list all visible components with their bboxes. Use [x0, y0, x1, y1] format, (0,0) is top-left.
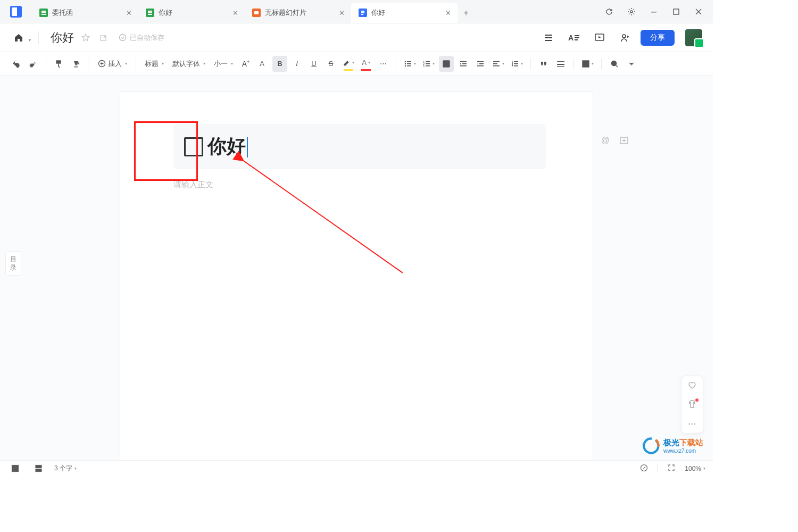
title-text[interactable]: 你好	[207, 134, 248, 160]
presentation-icon[interactable]	[589, 28, 610, 48]
strikethrough-button[interactable]: S	[323, 56, 338, 72]
svg-rect-4	[148, 12, 152, 13]
star-icon[interactable]	[79, 31, 92, 44]
more-icon[interactable]: ⋯	[688, 419, 696, 429]
align-button[interactable]	[490, 56, 506, 72]
svg-rect-36	[426, 63, 430, 64]
user-avatar[interactable]	[685, 29, 702, 46]
decrease-font-button[interactable]: A-	[255, 56, 270, 72]
outline-toggle[interactable]	[7, 461, 22, 477]
textcolor-swatch	[361, 69, 371, 71]
bold-button[interactable]: B	[272, 56, 287, 72]
tab-nihao-active[interactable]: 你好 ✕	[351, 3, 458, 23]
watermark-logo-icon	[642, 437, 660, 455]
share-button[interactable]: 分享	[641, 30, 675, 46]
doc-title[interactable]: 你好	[51, 30, 74, 46]
font-dropdown[interactable]: 默认字体	[169, 59, 209, 69]
refresh-icon[interactable]	[600, 4, 618, 20]
menu-icon[interactable]	[538, 28, 559, 48]
indent-button[interactable]	[473, 56, 488, 72]
svg-rect-44	[477, 65, 484, 66]
check-circle-icon	[119, 34, 127, 41]
minimize-icon[interactable]	[645, 4, 663, 20]
fullscreen-icon[interactable]	[668, 464, 675, 473]
tabs-area: 委托函 ✕ 你好 ✕ 无标题幻灯片 ✕ 你好 ✕ ＋	[32, 0, 595, 23]
collapse-toolbar-button[interactable]	[624, 56, 639, 72]
outline-tab[interactable]: 目 录	[5, 251, 21, 276]
numbered-list-button[interactable]: 123	[420, 56, 437, 72]
svg-rect-31	[407, 65, 411, 66]
italic-button[interactable]: I	[289, 56, 304, 72]
outdent-button[interactable]	[456, 56, 471, 72]
layout-button[interactable]	[579, 56, 596, 72]
svg-rect-37	[426, 65, 430, 66]
svg-rect-5	[148, 14, 152, 15]
quote-button[interactable]	[536, 56, 551, 72]
page-mode-toggle[interactable]	[31, 461, 46, 477]
svg-rect-7	[361, 11, 364, 12]
fontsize-dropdown[interactable]: 小一	[211, 59, 236, 69]
home-button[interactable]	[11, 30, 27, 46]
maximize-icon[interactable]	[667, 4, 685, 20]
theme-icon[interactable]	[687, 400, 697, 411]
increase-font-button[interactable]: A+	[238, 56, 253, 72]
svg-rect-45	[493, 61, 500, 62]
undo-button[interactable]	[9, 56, 23, 72]
text-style-icon[interactable]: A	[564, 28, 584, 48]
svg-rect-15	[545, 35, 552, 36]
add-block-icon[interactable]	[619, 136, 629, 147]
checklist-button[interactable]	[439, 56, 454, 72]
toolbar: 插入 标题 默认字体 小一 A+ A- B I U S A ⋯ 123	[0, 52, 713, 76]
hr-button[interactable]	[553, 56, 568, 72]
svg-text:3: 3	[423, 64, 425, 68]
close-icon[interactable]: ✕	[444, 9, 452, 17]
highlight-color-button[interactable]	[340, 56, 356, 72]
tab-nihao-1[interactable]: 你好 ✕	[138, 3, 245, 23]
close-icon[interactable]: ✕	[231, 9, 239, 17]
bullet-list-button[interactable]	[402, 56, 418, 72]
like-icon[interactable]	[687, 380, 697, 392]
heading-dropdown[interactable]: 标题	[142, 59, 167, 69]
svg-point-14	[120, 35, 126, 41]
zoom-level[interactable]: 100%▾	[685, 465, 705, 472]
svg-rect-0	[41, 11, 46, 12]
close-icon[interactable]: ✕	[124, 9, 133, 17]
word-count[interactable]: 3 个字▾	[54, 464, 77, 473]
text-cursor	[247, 137, 248, 157]
svg-rect-12	[674, 9, 679, 14]
move-icon[interactable]	[97, 31, 110, 44]
help-icon[interactable]	[640, 464, 648, 473]
title-bar: 委托函 ✕ 你好 ✕ 无标题幻灯片 ✕ 你好 ✕ ＋	[0, 0, 713, 23]
text-color-button[interactable]: A	[359, 56, 373, 72]
watermark: 极光下载站 www.xz7.com	[642, 437, 703, 455]
close-icon[interactable]: ✕	[337, 9, 346, 17]
svg-rect-46	[493, 63, 497, 64]
close-window-icon[interactable]	[689, 4, 708, 20]
settings-icon[interactable]	[622, 4, 641, 20]
format-painter-button[interactable]	[52, 56, 66, 72]
redo-button[interactable]	[26, 56, 40, 72]
mention-icon[interactable]: @	[601, 136, 610, 147]
clear-format-button[interactable]	[69, 56, 84, 72]
divider	[396, 58, 396, 70]
more-format-button[interactable]: ⋯	[376, 56, 390, 72]
highlight-swatch	[344, 69, 353, 71]
title-side-actions: @	[601, 136, 629, 147]
document-page[interactable]: 你好 @ 请输入正文	[120, 92, 593, 460]
tab-slides[interactable]: 无标题幻灯片 ✕	[245, 3, 351, 23]
add-collaborator-icon[interactable]	[615, 28, 635, 48]
new-tab-button[interactable]: ＋	[458, 3, 475, 23]
tab-weituo[interactable]: 委托函 ✕	[32, 3, 138, 23]
save-status-text: 已自动保存	[130, 33, 164, 43]
tab-label: 你好	[371, 8, 439, 18]
watermark-text: 极光下载站	[663, 438, 703, 448]
svg-rect-53	[557, 64, 564, 65]
line-spacing-button[interactable]	[509, 56, 525, 72]
underline-button[interactable]: U	[306, 56, 321, 72]
title-block: 你好 @	[173, 124, 593, 169]
title-row[interactable]: 你好	[173, 124, 546, 169]
svg-rect-17	[545, 40, 552, 41]
insert-dropdown[interactable]: 插入	[95, 59, 130, 69]
body-placeholder[interactable]: 请输入正文	[173, 180, 593, 190]
search-button[interactable]	[607, 56, 622, 72]
